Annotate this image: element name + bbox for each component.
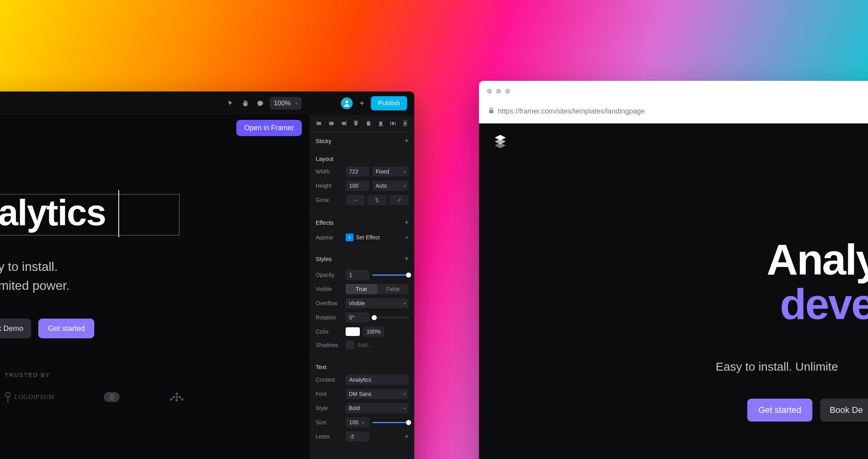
size-input[interactable]: 100 ▾ xyxy=(346,417,369,427)
trusted-by-label: TRUSTED BY xyxy=(5,371,50,378)
height-mode-select[interactable]: Auto▾ xyxy=(372,181,409,191)
chevron-down-icon: ▾ xyxy=(296,101,297,106)
color-swatch[interactable] xyxy=(346,327,360,336)
book-demo-button[interactable]: Book Demo xyxy=(0,319,31,338)
get-started-button[interactable]: Get started xyxy=(38,319,94,338)
plus-icon[interactable]: + xyxy=(372,433,409,441)
align-bottom-icon[interactable] xyxy=(375,119,386,128)
height-input[interactable]: 100 xyxy=(346,181,369,191)
logo-logoipsum: LOGOIPSUM xyxy=(5,392,54,403)
book-demo-button[interactable]: Book De xyxy=(820,399,868,422)
browser-chrome xyxy=(479,81,868,101)
sticky-section-header[interactable]: Sticky + xyxy=(310,132,414,150)
add-collaborator-button[interactable]: + xyxy=(357,98,367,108)
appear-label: Appear xyxy=(316,234,342,241)
preview-page: Analytics develop Easy to install. Unlim… xyxy=(479,123,868,459)
plus-icon[interactable]: + xyxy=(404,218,409,227)
open-in-framer-button[interactable]: Open in Framer xyxy=(236,120,302,136)
text-section-header: Text xyxy=(310,358,414,373)
letter-input[interactable]: -2 xyxy=(346,431,369,442)
remove-effect-icon[interactable]: ✕ xyxy=(404,235,409,241)
visible-false[interactable]: False xyxy=(377,284,409,294)
rotation-input[interactable]: 0° xyxy=(346,312,369,323)
publish-button[interactable]: Publish xyxy=(371,96,407,110)
size-slider[interactable] xyxy=(372,422,409,423)
color-label: Color xyxy=(316,328,342,335)
svg-rect-26 xyxy=(392,122,394,125)
align-vcenter-icon[interactable] xyxy=(363,119,374,128)
traffic-minimize-icon[interactable] xyxy=(496,89,501,94)
svg-rect-17 xyxy=(342,122,345,125)
svg-point-8 xyxy=(179,396,181,398)
align-right-icon[interactable] xyxy=(338,119,350,128)
hero-heading: Analytics develop xyxy=(680,238,868,327)
layout-section-header: Layout xyxy=(310,150,414,164)
hand-tool-icon[interactable] xyxy=(240,98,251,109)
appear-value[interactable]: Set Effect xyxy=(356,234,402,241)
user-avatar[interactable] xyxy=(341,97,353,109)
font-label: Font xyxy=(316,391,342,397)
svg-point-11 xyxy=(176,399,178,401)
letter-label: Letter xyxy=(316,433,342,440)
style-select[interactable]: Bold▾ xyxy=(346,403,409,413)
rotation-slider[interactable] xyxy=(372,317,409,318)
subheading-line-1: Easy to install. xyxy=(0,257,70,276)
content-label: Content xyxy=(316,377,342,383)
chevron-down-icon: ▾ xyxy=(404,170,406,174)
color-opacity-input[interactable]: 100% xyxy=(363,327,384,337)
grow-both-button[interactable]: ⤢ xyxy=(389,195,409,205)
chevron-down-icon: ▾ xyxy=(404,392,406,396)
svg-rect-23 xyxy=(380,122,382,125)
align-hcenter-icon[interactable] xyxy=(326,119,337,128)
grow-vertical-button[interactable]: ⇅ xyxy=(367,195,387,205)
overflow-select[interactable]: Visible▾ xyxy=(346,298,409,308)
align-top-icon[interactable] xyxy=(350,119,362,128)
plus-icon[interactable]: + xyxy=(404,137,409,145)
heading-text[interactable]: nalytics xyxy=(0,194,179,231)
address-bar[interactable]: https://framer.com/sites/templates/landi… xyxy=(479,101,868,121)
font-select[interactable]: DM Sans▾ xyxy=(346,389,409,399)
grow-horizontal-button[interactable]: ↔ xyxy=(346,195,365,205)
shadow-swatch[interactable] xyxy=(346,341,354,349)
visible-toggle[interactable]: True False xyxy=(346,284,409,294)
svg-rect-19 xyxy=(355,122,357,125)
opacity-slider[interactable] xyxy=(372,274,409,276)
chevron-down-icon: ▾ xyxy=(404,301,406,306)
align-left-icon[interactable] xyxy=(313,119,325,128)
width-label: Width xyxy=(316,168,342,175)
svg-marker-33 xyxy=(495,143,506,148)
traffic-zoom-icon[interactable] xyxy=(505,89,510,94)
distribute-v-icon[interactable] xyxy=(400,119,411,128)
site-logo-icon[interactable] xyxy=(493,134,507,149)
add-effect-icon[interactable]: + xyxy=(346,233,354,241)
width-input[interactable]: 722 xyxy=(346,166,369,177)
overflow-label: Overflow xyxy=(316,300,342,306)
canvas[interactable]: Open in Framer nalytics Easy to install.… xyxy=(0,115,310,459)
plus-icon[interactable]: + xyxy=(404,255,409,263)
content-input[interactable]: Analytics xyxy=(346,375,409,385)
cursor-tool-icon[interactable] xyxy=(225,98,236,109)
selected-text-frame[interactable]: nalytics xyxy=(0,194,180,235)
shadows-add[interactable]: Add... xyxy=(357,342,372,348)
subheading-block: Easy to install. Unlimited power. xyxy=(0,257,70,295)
zoom-control[interactable]: 100% ▾ xyxy=(270,97,301,110)
distribute-h-icon[interactable] xyxy=(387,119,399,128)
alignment-controls xyxy=(310,115,414,132)
subheading-line-2: Unlimited power. xyxy=(0,276,70,295)
editor-topbar: 100% ▾ + Publish xyxy=(0,91,414,115)
properties-panel: Sticky + Layout Width 722 Fixed▾ Height … xyxy=(310,115,414,459)
visible-true[interactable]: True xyxy=(346,284,377,294)
opacity-input[interactable]: 1 xyxy=(346,270,369,280)
effects-section-header: Effects + xyxy=(310,214,414,231)
hero-heading-line-1: Analytics xyxy=(680,238,868,281)
svg-point-1 xyxy=(6,392,10,397)
svg-point-0 xyxy=(346,101,348,103)
comment-tool-icon[interactable] xyxy=(255,98,266,109)
hero-subheading: Easy to install. Unlimite xyxy=(716,360,838,373)
get-started-button[interactable]: Get started xyxy=(747,399,812,422)
traffic-close-icon[interactable] xyxy=(487,89,492,94)
width-mode-select[interactable]: Fixed▾ xyxy=(372,166,409,177)
logo-dots-icon xyxy=(169,392,185,403)
hero-cta-row: Get started Book De xyxy=(747,399,868,422)
svg-point-10 xyxy=(181,398,183,401)
